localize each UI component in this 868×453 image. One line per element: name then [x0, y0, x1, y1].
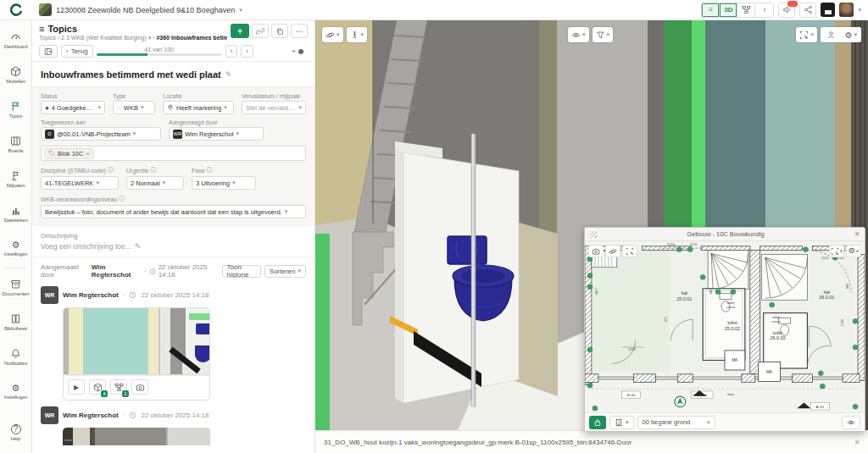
announcements-button[interactable] — [778, 3, 795, 18]
sidebar-item-instellingen-2[interactable]: ⚙Instellingen — [0, 374, 32, 409]
info-icon: ⓘ — [119, 195, 125, 203]
edit-title-icon[interactable]: ✎ — [225, 70, 232, 79]
plan-settings-button[interactable]: ⚙▾ — [846, 245, 861, 257]
floor-select[interactable]: 00 begane grond▾ — [637, 416, 715, 429]
sidebar-item-statistieken[interactable]: Statistieken — [0, 196, 32, 231]
topic-progress: 41 van 100 — [97, 47, 222, 56]
organization-logo[interactable] — [821, 3, 835, 17]
copy-link-button[interactable] — [252, 24, 269, 38]
avatar-view-button[interactable] — [821, 27, 841, 42]
app-logo[interactable] — [0, 0, 32, 19]
omschrijving-label: Omschrijving — [41, 232, 306, 240]
aangevraagd-select[interactable]: WRWim Regterschot▾ — [169, 127, 264, 141]
type-select[interactable]: ○WKB▾ — [113, 101, 155, 114]
more-button[interactable]: ⋯ — [291, 24, 308, 38]
prev-topic-button[interactable]: ‹ — [225, 45, 238, 58]
building-select-button[interactable]: ▾ — [609, 416, 634, 429]
discipline-select[interactable]: 41-TEGELWERK▾ — [41, 176, 119, 190]
add-topic-button[interactable]: + — [231, 24, 249, 38]
sidebar-item-help[interactable]: ?Help — [0, 415, 32, 450]
bell-icon — [10, 348, 21, 359]
topics-menu-icon[interactable]: ≡ — [39, 24, 44, 34]
viewpoint-snapshot[interactable] — [63, 307, 210, 375]
select-area-button[interactable]: ▾ — [796, 27, 817, 42]
sidebar-item-mijlpalen[interactable]: Mijlpalen — [0, 162, 32, 196]
sidebar-item-modellen[interactable]: Modellen — [0, 58, 32, 92]
avatar: WR — [41, 286, 58, 304]
duplicate-button[interactable] — [271, 24, 288, 38]
floorplan-title: Gebouw - 10C Bouwkundig — [597, 230, 854, 238]
panel-title: Topics — [47, 24, 77, 34]
plan-fit-button[interactable] — [622, 245, 637, 257]
view-mode-switcher: ≡ 3D i — [701, 3, 774, 18]
user-avatar[interactable] — [839, 3, 854, 17]
collapse-panel-button[interactable] — [39, 45, 58, 58]
account-chevron-icon[interactable]: ▾ — [858, 7, 861, 14]
lock-icon — [593, 418, 602, 427]
3d-view-button[interactable]: 3D — [720, 3, 737, 17]
resize-handle[interactable] — [590, 231, 597, 238]
filter-button[interactable]: ▾ — [593, 27, 614, 42]
tags-input[interactable]: Blok 10C × — [41, 146, 306, 161]
site-photo[interactable] — [63, 428, 210, 445]
floorplan-canvas[interactable]: hal 25.0.01 toilet casco toilet 25.0.02 … — [585, 241, 865, 412]
list-view-button[interactable]: ≡ — [702, 3, 720, 17]
tree-view-button[interactable] — [737, 3, 755, 17]
visibility-button[interactable]: ▾ — [568, 27, 589, 42]
sidebar-item-instellingen[interactable]: ⚙Instellingen — [0, 231, 32, 266]
wkb-niveau-select[interactable]: Bewijsstuk – foto, document of ander bew… — [41, 205, 306, 218]
sidebar-item-topics[interactable]: Topics — [0, 92, 32, 127]
crumb-group[interactable]: 2.3 WKB (Wet Kwaliteit Borging) — [61, 35, 147, 41]
info-icon: i — [764, 6, 765, 14]
next-topic-button[interactable]: › — [241, 45, 253, 58]
open-model-button[interactable]: 4 — [89, 379, 106, 395]
viewer-settings-button[interactable]: ⚙▾ — [841, 27, 861, 42]
remove-tag-icon[interactable]: × — [86, 150, 89, 157]
plan-select-button[interactable]: ▾ — [829, 245, 844, 257]
components-button[interactable]: 1 — [110, 379, 127, 395]
project-selector[interactable]: 1230008 Zeewolde NB Deelgebied 9&10 Boeg… — [39, 3, 242, 16]
omschrijving-placeholder[interactable]: Voeg een omschrijving toe... ✎ — [41, 242, 306, 251]
sidebar-item-dashboard[interactable]: Dashboard — [0, 23, 32, 58]
locatie-select[interactable]: Heeft markering▾ — [163, 101, 234, 114]
tag-chip[interactable]: Blok 10C × — [44, 148, 94, 159]
floorplan-header[interactable]: Gebouw - 10C Bouwkundig × — [585, 228, 865, 241]
svg-text:1120: 1120 — [690, 242, 698, 246]
share-button[interactable] — [799, 3, 816, 18]
info-view-button[interactable]: i — [755, 3, 773, 17]
crumb-root[interactable]: Topics — [39, 35, 56, 41]
sorteren-button[interactable]: Sorteren▾ — [264, 265, 306, 278]
plan-visibility-button[interactable] — [842, 416, 860, 429]
team-avatar: D — [45, 130, 54, 139]
model-count-badge: 4 — [101, 390, 108, 397]
close-icon[interactable]: × — [854, 438, 860, 447]
plan-snapshot-button[interactable] — [588, 245, 604, 257]
sidebar-item-bibliotheek[interactable]: Bibliotheek — [0, 305, 32, 340]
frame-select-icon — [831, 247, 839, 256]
vervaldatum-select[interactable]: Stel de vervaldatum of mijlpaal in▾ — [242, 101, 306, 114]
fase-select[interactable]: 3 Uitvoering▾ — [192, 176, 256, 190]
project-name: 1230008 Zeewolde NB Deelgebied 9&10 Boeg… — [56, 6, 235, 14]
chevron-down-icon[interactable]: ▾ — [148, 35, 152, 41]
back-button[interactable]: ‹Terug — [61, 45, 93, 58]
snapshot-camera-button[interactable] — [131, 379, 148, 395]
close-icon[interactable]: × — [854, 229, 860, 239]
toegewezen-select[interactable]: D@00.01-VNB-Projectteam▾ — [41, 127, 161, 141]
room-label: MK — [766, 370, 773, 374]
add-follower-button[interactable]: + — [287, 45, 308, 58]
compass-marker[interactable] — [675, 396, 686, 407]
sidebar-item-documenten[interactable]: Documenten — [0, 270, 32, 305]
toon-historie-button[interactable]: Toon historie — [222, 265, 261, 278]
orbit-mode-button[interactable]: ▾ — [322, 27, 343, 42]
walk-icon — [350, 30, 359, 40]
sidebar-item-boards[interactable]: Boards — [0, 127, 32, 162]
room-label: MK — [732, 358, 738, 362]
urgentie-select[interactable]: 2 Normaal▾ — [126, 176, 184, 190]
status-select[interactable]: ●4 Goedgekeurd▾ — [41, 101, 105, 114]
walk-mode-button[interactable]: ▾ — [347, 27, 368, 42]
plan-orbit-button[interactable] — [605, 245, 620, 257]
copy-icon — [275, 27, 284, 36]
lock-view-button[interactable] — [589, 416, 606, 429]
play-viewpoint-button[interactable]: ▶ — [68, 379, 85, 395]
sidebar-item-notificaties[interactable]: Notificaties — [0, 340, 32, 374]
